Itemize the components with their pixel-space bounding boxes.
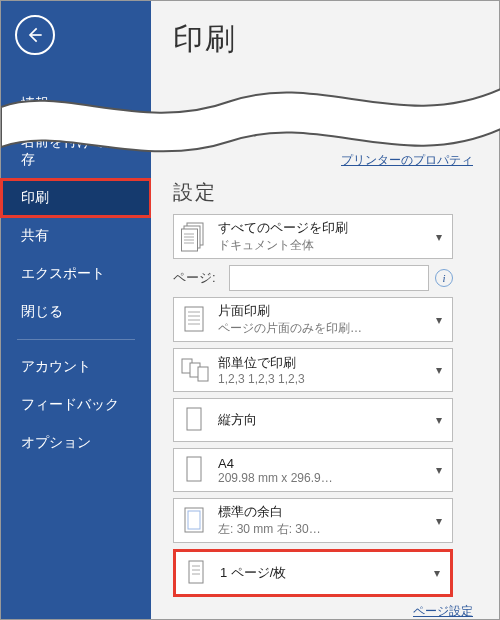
sidebar-item-options[interactable]: オプション [1, 424, 151, 462]
svg-rect-17 [187, 457, 201, 481]
sidebar: 情報 新規 開く 名前を付けて保存 印刷 共有 エクスポート 閉じる アカウント… [1, 1, 151, 619]
option-sub: 左: 30 mm 右: 30… [218, 521, 432, 538]
option-title: 片面印刷 [218, 302, 432, 320]
page-title: 印刷 [173, 19, 489, 60]
sidebar-item-close[interactable]: 閉じる [1, 293, 151, 331]
sidebar-item-export[interactable]: エクスポート [1, 255, 151, 293]
chevron-down-icon: ▾ [432, 413, 446, 427]
pages-stack-icon [180, 220, 210, 254]
chevron-down-icon: ▾ [432, 514, 446, 528]
printer-status-text: 準備完了 [211, 122, 263, 140]
arrow-left-icon [25, 25, 45, 45]
back-button[interactable] [15, 15, 55, 55]
page-setup-link[interactable]: ページ設定 [413, 604, 473, 618]
option-pages-per-sheet[interactable]: 1 ページ/枚 ▾ [173, 549, 453, 597]
pages-field-row: ページ: i [173, 265, 453, 291]
option-title: 標準の余白 [218, 503, 432, 521]
pages-input[interactable] [229, 265, 429, 291]
option-title: A4 [218, 456, 432, 471]
sidebar-menu: 情報 新規 開く 名前を付けて保存 印刷 共有 エクスポート 閉じる アカウント… [1, 85, 151, 462]
sidebar-item-info[interactable]: 情報 [1, 85, 151, 123]
pages-per-sheet-icon [182, 556, 212, 590]
svg-rect-16 [187, 408, 201, 430]
main-panel: 印刷 ✓ 準備完了 プリンターのプロパティ 設定 すべてのページを印刷 ドキュメ… [151, 1, 499, 619]
option-title: すべてのページを印刷 [218, 219, 432, 237]
portrait-icon [180, 403, 210, 437]
pages-label: ページ: [173, 269, 223, 287]
option-sub: 209.98 mm x 296.9… [218, 471, 432, 485]
sidebar-item-account[interactable]: アカウント [1, 348, 151, 386]
chevron-down-icon: ▾ [432, 463, 446, 477]
option-paper-size[interactable]: A4 209.98 mm x 296.9… ▾ [173, 448, 453, 492]
print-backstage: 情報 新規 開く 名前を付けて保存 印刷 共有 エクスポート 閉じる アカウント… [0, 0, 500, 620]
option-print-range[interactable]: すべてのページを印刷 ドキュメント全体 ▾ [173, 214, 453, 259]
option-title: 1 ページ/枚 [220, 564, 430, 582]
sidebar-item-feedback[interactable]: フィードバック [1, 386, 151, 424]
settings-heading: 設定 [173, 179, 489, 206]
paper-size-icon [180, 453, 210, 487]
option-sub: 1,2,3 1,2,3 1,2,3 [218, 372, 432, 386]
svg-rect-20 [189, 561, 203, 583]
chevron-down-icon: ▾ [432, 313, 446, 327]
chevron-down-icon: ▾ [430, 566, 444, 580]
option-sub: ページの片面のみを印刷… [218, 320, 432, 337]
sidebar-item-print[interactable]: 印刷 [1, 179, 151, 217]
printer-status-row: ✓ 準備完了 [173, 118, 489, 144]
chevron-down-icon: ▾ [432, 363, 446, 377]
option-title: 部単位で印刷 [218, 354, 432, 372]
option-title: 縦方向 [218, 411, 432, 429]
option-collate[interactable]: 部単位で印刷 1,2,3 1,2,3 1,2,3 ▾ [173, 348, 453, 392]
printer-properties-link[interactable]: プリンターのプロパティ [341, 153, 473, 167]
svg-rect-8 [185, 307, 203, 331]
collate-icon [180, 353, 210, 387]
sidebar-separator [17, 339, 135, 340]
option-sides[interactable]: 片面印刷 ページの片面のみを印刷… ▾ [173, 297, 453, 342]
option-sub: ドキュメント全体 [218, 237, 432, 254]
svg-rect-15 [198, 367, 208, 381]
option-orientation[interactable]: 縦方向 ▾ [173, 398, 453, 442]
chevron-down-icon: ▾ [432, 230, 446, 244]
printer-icon: ✓ [173, 118, 203, 144]
sidebar-item-share[interactable]: 共有 [1, 217, 151, 255]
single-side-icon [180, 303, 210, 337]
settings-options: すべてのページを印刷 ドキュメント全体 ▾ ページ: i 片面印刷 ページの片面… [173, 214, 489, 597]
info-icon[interactable]: i [435, 269, 453, 287]
margins-icon [180, 504, 210, 538]
option-margins[interactable]: 標準の余白 左: 30 mm 右: 30… ▾ [173, 498, 453, 543]
